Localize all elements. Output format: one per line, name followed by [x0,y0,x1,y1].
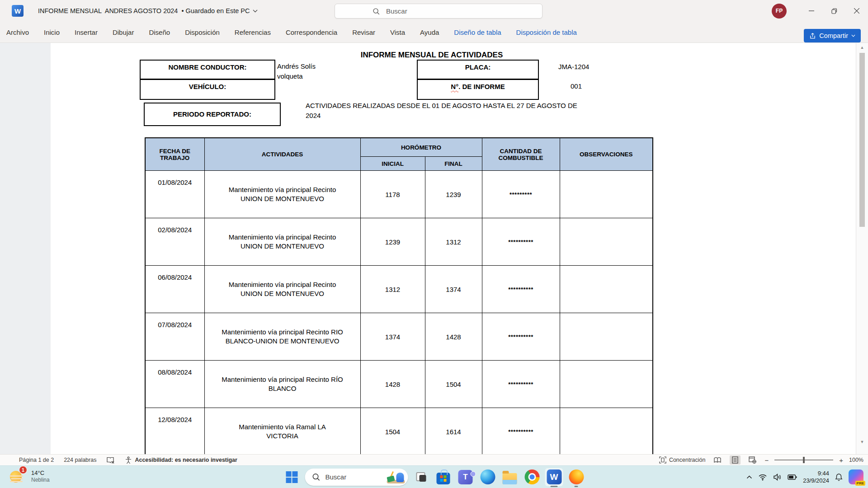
taskbar: 1 14°C Neblina Buscar T [0,465,868,488]
table-row: 06/08/2024Mantenimiento vía principal Re… [145,266,653,313]
avatar[interactable]: FP [772,4,787,19]
scroll-up-arrow[interactable]: ▲ [856,45,868,50]
chevron-down-icon [851,34,855,37]
search-placeholder: Buscar [386,7,407,15]
cell-obs [560,313,653,361]
cell-obs [560,361,653,408]
ribbon-tab-dibujar[interactable]: Dibujar [113,28,134,36]
search-box[interactable]: Buscar [335,4,542,19]
scroll-down-arrow[interactable]: ▼ [856,440,868,444]
cell-final: 1504 [425,361,482,408]
cell-date: 08/08/2024 [145,361,204,408]
tray-chevron-up-icon[interactable] [746,475,752,479]
vertical-scrollbar[interactable]: ▲ ▼ [856,43,868,454]
print-layout-button[interactable] [730,455,741,465]
document-gutter [0,43,51,454]
weather-badge: 1 [19,466,27,474]
zoom-level[interactable]: 100% [849,457,863,463]
zoom-slider-thumb[interactable] [803,457,805,463]
ribbon-tab-referencias[interactable]: Referencias [235,28,271,36]
word-taskbar-button[interactable]: W [545,468,563,486]
zoom-slider[interactable] [774,460,833,460]
cell-inicial: 1312 [360,266,425,313]
taskbar-search[interactable]: Buscar [305,469,408,486]
cell-date: 12/08/2024 [145,408,204,455]
edge-button[interactable] [479,468,497,486]
clock[interactable]: 9:44 23/9/2024 [803,470,829,484]
accessibility-status[interactable]: Accesibilidad: es necesario investigar [125,456,237,464]
chrome-button[interactable] [523,468,541,486]
table-row: 02/08/2024Mantenimiento vía principal Re… [145,218,653,266]
focus-mode-button[interactable]: Concentración [659,456,706,464]
edge-icon [480,469,495,484]
start-button[interactable] [283,468,301,486]
weather-widget[interactable]: 1 14°C Neblina [9,468,50,485]
screen: W INFORME MENSUAL ANDRES AGOSTO 2024 • G… [0,0,868,488]
word-count[interactable]: 224 palabras [64,457,96,463]
cell-fuel: ********** [482,218,560,266]
web-layout-button[interactable] [746,455,759,465]
ribbon-tab-inicio[interactable]: Inicio [44,28,60,36]
proofing-errors-icon[interactable] [106,456,115,464]
focus-icon [659,456,666,464]
ribbon-tab-disposición[interactable]: Disposición [185,28,220,36]
read-mode-button[interactable] [711,456,724,465]
ribbon-tab-revisar[interactable]: Revisar [352,28,375,36]
ribbon-tab-diseño-de-tabla[interactable]: Diseño de tabla [454,28,501,36]
task-view-button[interactable] [412,468,430,486]
volume-icon[interactable] [773,474,782,481]
copilot-button[interactable]: PRE [849,469,863,484]
weather-icon: 1 [9,468,26,485]
document-title[interactable]: INFORME MENSUAL ANDRES AGOSTO 2024 [38,7,178,14]
wifi-icon[interactable] [758,474,767,481]
restore-button[interactable] [823,0,845,22]
header-cantidad: CANTIDAD DE COMBUSTIBLE [482,138,560,171]
ribbon-tab-ayuda[interactable]: Ayuda [420,28,439,36]
microsoft-store-button[interactable] [434,468,453,486]
zoom-in-button[interactable]: + [839,456,843,464]
chevron-down-icon[interactable] [253,9,258,13]
ribbon-tab-correspondencia[interactable]: Correspondencia [286,28,337,36]
ribbon-tab-insertar[interactable]: Insertar [75,28,98,36]
word-app-icon[interactable]: W [12,5,24,17]
chrome-icon [524,469,539,484]
search-seasonal-art [386,469,406,485]
cell-fuel: ********** [482,313,560,361]
teams-button[interactable]: T [457,468,475,486]
informe-label-prefix: N° [451,83,458,90]
word-status-bar: Página 1 de 2 224 palabras Accesibilidad… [0,454,868,465]
scrollbar-thumb[interactable] [859,53,865,227]
header-fecha: FECHA DE TRABAJO [145,138,204,171]
minimize-button[interactable] [800,0,823,22]
document-page[interactable]: INFORME MENSUAL DE ACTIVIDADES NOMBRE CO… [51,43,856,454]
cell-final: 1374 [425,266,482,313]
cell-date: 02/08/2024 [145,218,204,266]
cell-activity: Mantenimiento vía principal Recinto UNIO… [204,218,360,266]
notifications-bell-icon[interactable] [835,473,843,481]
cell-date: 01/08/2024 [145,171,204,218]
ribbon-tab-disposición-de-tabla[interactable]: Disposición de tabla [516,28,577,36]
ribbon-tab-bar: ArchivoInicioInsertarDibujarDiseñoDispos… [0,22,868,43]
teams-icon: T [458,470,473,484]
battery-icon[interactable] [788,474,797,480]
file-explorer-button[interactable] [501,468,519,486]
cell-final: 1428 [425,313,482,361]
share-button[interactable]: Compartir [804,29,861,42]
cell-inicial: 1239 [360,218,425,266]
informe-value: 001 [571,82,582,90]
system-tray: 9:44 23/9/2024 PRE [746,466,863,488]
periodo-box: PERIODO REPORTADO: [144,103,281,126]
ribbon-tab-diseño[interactable]: Diseño [149,28,170,36]
store-icon [437,473,450,484]
close-button[interactable] [845,0,868,22]
ribbon-tab-archivo[interactable]: Archivo [6,28,29,36]
cell-date: 07/08/2024 [145,313,204,361]
copilot-pre-badge: PRE [855,481,865,486]
page-count[interactable]: Página 1 de 2 [19,457,54,463]
cell-activity: Mantenimiento vía principal Recinto RÍO … [204,361,360,408]
zoom-out-button[interactable]: − [764,456,769,464]
save-status[interactable]: • Guardado en Este PC [181,7,250,14]
cell-final: 1614 [425,408,482,455]
firefox-button[interactable] [567,468,585,486]
ribbon-tab-vista[interactable]: Vista [390,28,405,36]
